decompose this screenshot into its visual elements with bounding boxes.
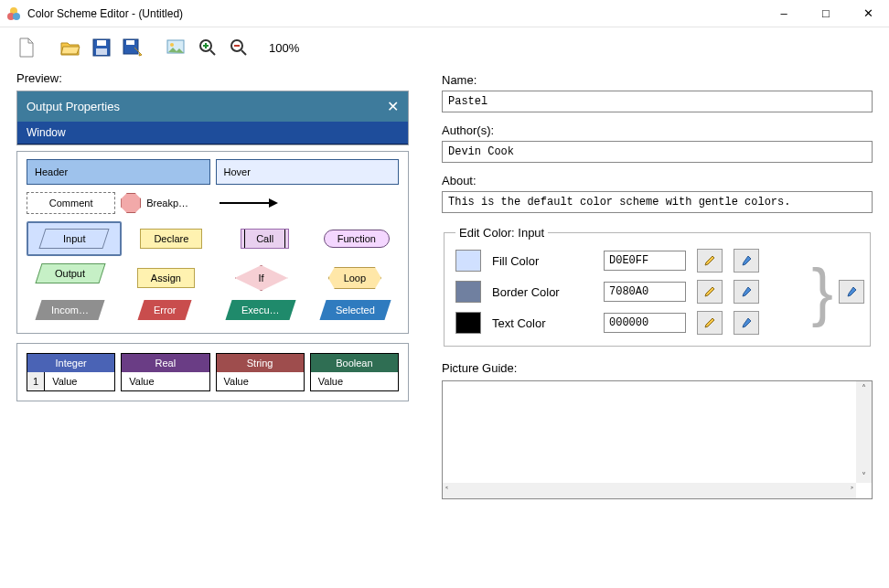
pencil-icon <box>703 285 716 298</box>
breakpoint-swatch[interactable]: Breakp… <box>121 192 209 214</box>
fill-color-input[interactable] <box>604 251 686 271</box>
svg-rect-5 <box>96 48 107 55</box>
incoming-swatch[interactable]: Incom… <box>27 300 114 320</box>
fill-pick-button[interactable] <box>734 249 759 273</box>
eyedropper-icon <box>740 316 753 329</box>
picture-guide-label: Picture Guide: <box>442 361 873 375</box>
fill-color-label: Fill Color <box>492 254 593 268</box>
preview-window-title-bar: Output Properties ✕ <box>17 91 408 122</box>
window-controls: – □ ✕ <box>763 0 889 27</box>
zoom-label: 100% <box>269 41 299 55</box>
title-bar: Color Scheme Editor - (Untitled) – □ ✕ <box>0 0 889 27</box>
authors-label: Author(s): <box>442 123 873 137</box>
eyedropper-icon <box>845 285 858 298</box>
name-input[interactable] <box>442 91 873 112</box>
save-button[interactable] <box>88 34 115 61</box>
preview-window-menu-item: Window <box>17 122 408 144</box>
error-swatch[interactable]: Error <box>122 300 209 320</box>
declare-swatch[interactable]: Declare <box>127 221 215 256</box>
text-color-label: Text Color <box>492 316 593 330</box>
zoom-out-button[interactable] <box>225 34 252 61</box>
zoom-in-button[interactable] <box>194 34 221 61</box>
chevron-left-icon: ˂ <box>444 486 449 496</box>
selected-swatch[interactable]: Selected <box>311 300 399 320</box>
border-color-label: Border Color <box>492 285 593 299</box>
text-color-swatch <box>455 312 481 334</box>
fill-color-row: Fill Color <box>455 249 859 273</box>
border-color-row: Border Color <box>455 280 859 304</box>
chevron-down-icon: ˅ <box>862 471 866 481</box>
function-swatch[interactable]: Function <box>315 221 399 256</box>
data-types-preview: Integer 1Value Real Value String Value B… <box>16 343 409 401</box>
image-button[interactable] <box>163 34 190 61</box>
real-type[interactable]: Real Value <box>121 353 209 391</box>
save-as-button[interactable] <box>119 34 146 61</box>
name-label: Name: <box>442 73 873 87</box>
picture-guide-box[interactable]: ˄˅ ˂˃ <box>442 380 873 499</box>
pencil-icon <box>703 316 716 329</box>
text-edit-button[interactable] <box>697 311 723 335</box>
border-pick-button[interactable] <box>734 280 759 304</box>
maximize-button[interactable]: □ <box>805 0 847 27</box>
brace-icon: } <box>812 263 833 321</box>
svg-line-11 <box>210 50 215 55</box>
fill-color-swatch <box>455 250 481 272</box>
integer-type[interactable]: Integer 1Value <box>27 353 115 391</box>
svg-rect-7 <box>126 40 134 45</box>
fill-edit-button[interactable] <box>697 249 723 273</box>
preview-window-title: Output Properties <box>27 100 120 113</box>
app-icon <box>5 5 22 22</box>
about-label: About: <box>442 174 873 187</box>
window-title: Color Scheme Editor - (Untitled) <box>27 7 763 20</box>
preview-window: Output Properties ✕ Window <box>16 91 409 145</box>
hover-swatch[interactable]: Hover <box>216 159 400 185</box>
flowchart-preview: Header Hover Comment Breakp… Input Decla… <box>16 151 409 334</box>
chevron-right-icon: ˃ <box>850 486 854 496</box>
svg-point-2 <box>13 13 20 20</box>
text-pick-button[interactable] <box>734 311 759 335</box>
pencil-icon <box>703 254 716 267</box>
arrow-swatch[interactable] <box>216 192 305 214</box>
string-type[interactable]: String Value <box>216 353 305 391</box>
output-swatch[interactable]: Output <box>27 263 114 293</box>
border-edit-button[interactable] <box>697 280 723 304</box>
close-icon: ✕ <box>387 98 399 115</box>
if-swatch[interactable]: If <box>218 263 305 293</box>
text-color-row: Text Color <box>455 311 859 335</box>
eyedropper-icon <box>740 285 753 298</box>
header-swatch[interactable]: Header <box>27 159 210 185</box>
vertical-scrollbar[interactable]: ˄˅ <box>856 381 872 483</box>
authors-input[interactable] <box>442 141 873 163</box>
new-file-button[interactable] <box>13 34 40 61</box>
svg-line-15 <box>241 50 246 55</box>
chevron-up-icon: ˄ <box>862 383 866 393</box>
preview-label: Preview: <box>16 71 409 85</box>
horizontal-scrollbar[interactable]: ˂˃ <box>443 483 856 498</box>
pick-all-button[interactable] <box>839 280 864 304</box>
open-button[interactable] <box>57 34 84 61</box>
about-input[interactable] <box>442 191 873 213</box>
edit-color-legend: Edit Color: Input <box>455 226 548 240</box>
eyedropper-icon <box>740 254 753 267</box>
boolean-type[interactable]: Boolean Value <box>310 353 399 391</box>
toolbar: 100% <box>0 27 889 68</box>
octagon-icon <box>121 193 141 213</box>
input-swatch-selected[interactable]: Input <box>27 221 122 256</box>
arrow-icon <box>216 194 280 212</box>
close-button[interactable]: ✕ <box>847 0 889 27</box>
loop-swatch[interactable]: Loop <box>311 263 399 293</box>
text-color-input[interactable] <box>604 313 686 333</box>
svg-rect-4 <box>97 40 106 46</box>
svg-point-9 <box>170 43 174 47</box>
comment-swatch[interactable]: Comment <box>27 192 115 214</box>
border-color-swatch <box>455 281 481 303</box>
call-swatch[interactable]: Call <box>221 221 309 256</box>
executing-swatch[interactable]: Execu… <box>217 300 305 320</box>
assign-swatch[interactable]: Assign <box>120 263 211 293</box>
minimize-button[interactable]: – <box>763 0 805 27</box>
border-color-input[interactable] <box>604 282 686 302</box>
edit-color-group: Edit Color: Input Fill Color Border Colo… <box>444 226 871 347</box>
